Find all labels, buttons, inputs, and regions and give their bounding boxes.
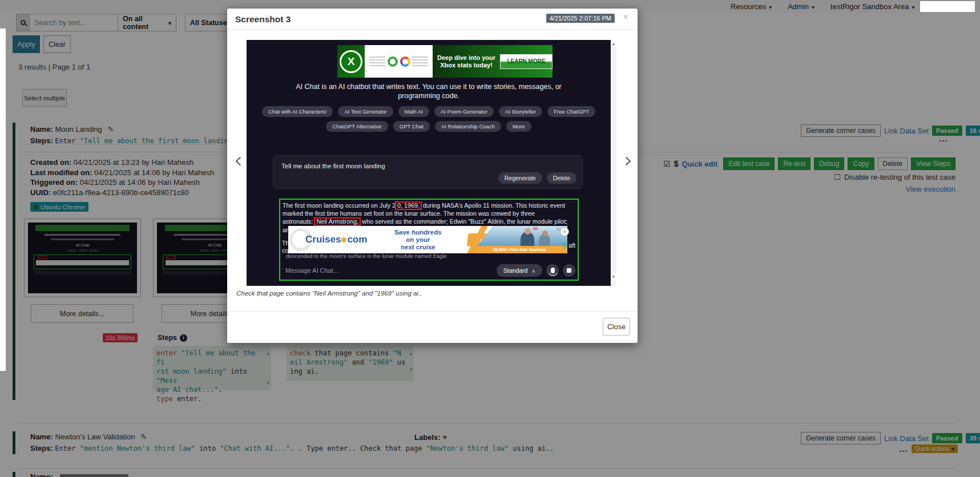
scroll-up-button[interactable]: ▲	[611, 40, 616, 47]
red-highlight-neil-armstrong: Neil Armstrong,	[314, 217, 361, 226]
app-root: Resources Admin testRigor Sandbox Area O…	[0, 0, 980, 477]
modal-title: Screenshot 3	[235, 14, 291, 25]
topbar-white-panel	[920, 1, 975, 12]
timestamp-badge: 4/21/2025 2:07:16 PM	[546, 14, 615, 23]
ad-photo: ▷ 15,000+ Five-Star Reviews	[471, 226, 567, 253]
ad-headline: Save hundreds on your next cruise	[386, 229, 449, 251]
scroll-down-button[interactable]: ▼	[611, 273, 616, 280]
chip-poem-generator[interactable]: AI Poem Generator	[434, 106, 494, 117]
divider	[227, 311, 638, 312]
chip-relationship-coach[interactable]: AI Relationship Coach	[435, 121, 501, 132]
response-fragment: aft	[568, 242, 575, 249]
banner-headline: Deep dive into your Xbox stats today!	[433, 54, 500, 69]
ad-close-icon[interactable]: ×	[560, 227, 569, 236]
learn-more-button[interactable]: LEARN MORE	[500, 54, 552, 69]
screenshot-image: X Deep dive into your Xbox stats today! …	[247, 40, 616, 286]
screenshot-modal: Screenshot 3 4/21/2025 2:07:16 PM X Deep…	[227, 9, 638, 343]
chip-math-ai[interactable]: Math AI	[398, 106, 429, 117]
xbox-stats-preview	[365, 45, 433, 78]
microphone-icon	[551, 268, 555, 273]
message-input[interactable]: Message AI Chat...	[285, 267, 497, 274]
xbox-logo-icon: X	[340, 50, 362, 73]
user-message-card: Tell me about the first moon landing Reg…	[273, 155, 583, 189]
chip-chatgpt-alternative[interactable]: ChatGPT Alternative	[326, 121, 388, 132]
previous-screenshot-button[interactable]	[237, 158, 243, 164]
model-selector[interactable]: Standard	[497, 264, 542, 277]
stop-button[interactable]	[563, 264, 575, 277]
xbox-logo-panel: X	[337, 45, 365, 78]
close-button[interactable]: Close	[603, 318, 630, 335]
chevron-left-icon	[236, 157, 245, 166]
stop-icon	[567, 268, 571, 273]
cruises-ad[interactable]: Cruisescom Save hundreds on your next cr…	[288, 226, 567, 253]
ad-reviews-strip: 15,000+ Five-Star Reviews	[471, 246, 567, 253]
chip-list: Chat with AI Characters! AI Text Generat…	[247, 106, 611, 132]
ai-validation-highlight: The first moon landing occurred on July …	[279, 199, 579, 281]
divider	[227, 29, 638, 30]
user-message-text: Tell me about the first moon landing	[281, 163, 385, 169]
xbox-ad-banner[interactable]: X Deep dive into your Xbox stats today! …	[337, 45, 552, 78]
adchoices-funnel-icon[interactable]	[561, 241, 568, 252]
chip-ai-characters[interactable]: Chat with AI Characters!	[262, 106, 333, 117]
chip-storyteller[interactable]: AI Storyteller	[499, 106, 542, 117]
next-screenshot-button[interactable]	[623, 158, 630, 164]
response-partial-line: descended to the moon's surface in the l…	[286, 253, 559, 259]
model-name: Standard	[503, 267, 528, 274]
donut-chart-icon	[388, 56, 398, 67]
person-head-shape	[525, 228, 531, 235]
cruises-logo: Cruisescom	[305, 234, 367, 245]
chip-more[interactable]: More	[506, 121, 531, 132]
donut-chart-icon	[400, 56, 410, 67]
person-head-shape	[542, 231, 548, 236]
regenerate-button[interactable]: Regenerate	[498, 172, 542, 184]
chevron-up-icon	[531, 267, 535, 274]
red-highlight-1969: 0, 1969,	[395, 201, 422, 210]
left-scrollbar[interactable]	[0, 29, 6, 371]
chat-input-bar: Message AI Chat... Standard	[283, 262, 575, 278]
screenshot-scrollbar[interactable]: ▲ ▼	[611, 40, 616, 286]
chip-free-chatgpt[interactable]: Free ChatGPT	[547, 106, 595, 117]
microphone-button[interactable]	[546, 264, 559, 277]
phone-shape	[533, 227, 538, 230]
delete-message-button[interactable]: Delete	[547, 172, 576, 184]
close-icon[interactable]	[623, 11, 628, 23]
step-caption: Check that page contains "Neil Armstrong…	[236, 290, 422, 297]
chevron-right-icon	[622, 157, 631, 166]
ai-chat-description: AI Chat is an AI chatbot that writes tex…	[247, 82, 611, 100]
chip-text-generator[interactable]: AI Text Generator	[338, 106, 393, 117]
chip-gpt-chat[interactable]: GPT Chat	[393, 121, 430, 132]
logo-dot-icon	[341, 237, 346, 242]
